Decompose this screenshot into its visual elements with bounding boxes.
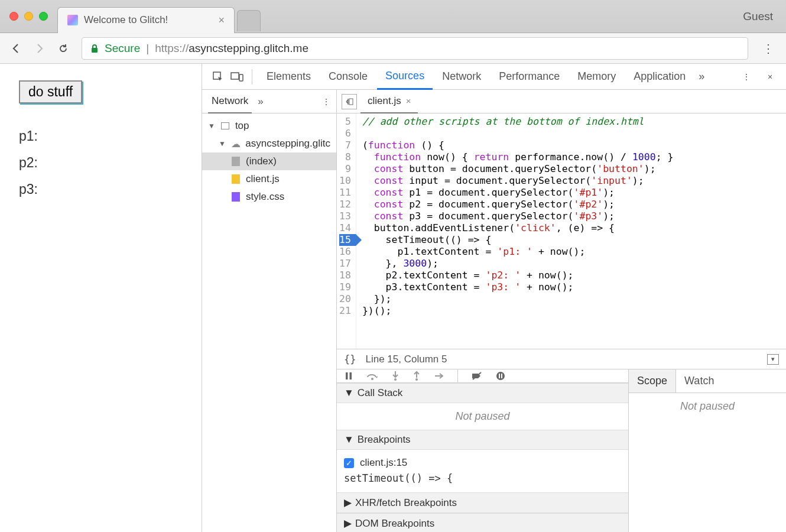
scope-tab[interactable]: Scope bbox=[629, 369, 676, 392]
editor-status-bar: {} Line 15, Column 5 ▾ bbox=[337, 349, 786, 369]
caret-down-icon: ▼ bbox=[344, 387, 354, 399]
new-tab-button[interactable] bbox=[237, 10, 261, 31]
caret-down-icon: ▼ bbox=[208, 122, 215, 130]
caret-down-icon: ▼ bbox=[219, 140, 226, 148]
checkbox-checked-icon[interactable]: ✓ bbox=[344, 458, 354, 468]
deactivate-breakpoints-icon[interactable] bbox=[471, 371, 483, 381]
tab-application[interactable]: Application bbox=[625, 64, 694, 90]
inspect-element-icon[interactable] bbox=[209, 68, 227, 86]
tab-console[interactable]: Console bbox=[320, 64, 376, 90]
svg-rect-13 bbox=[501, 374, 502, 378]
tab-sources[interactable]: Sources bbox=[377, 64, 433, 90]
tab-network[interactable]: Network bbox=[434, 64, 489, 90]
tab-title: Welcome to Glitch! bbox=[84, 14, 168, 26]
browser-tab[interactable]: Welcome to Glitch! × bbox=[57, 7, 235, 33]
close-tab-icon[interactable]: × bbox=[218, 14, 225, 27]
caret-down-icon: ▼ bbox=[344, 434, 354, 446]
debugger-toolbar bbox=[337, 369, 628, 383]
device-toolbar-icon[interactable] bbox=[228, 68, 246, 86]
pretty-print-icon[interactable]: {} bbox=[344, 353, 356, 365]
frame-icon bbox=[221, 122, 229, 129]
svg-point-7 bbox=[371, 378, 373, 380]
svg-rect-4 bbox=[349, 99, 353, 105]
step-into-icon[interactable] bbox=[391, 371, 400, 381]
close-devtools-icon[interactable]: × bbox=[761, 68, 779, 86]
back-button[interactable] bbox=[6, 38, 26, 59]
profile-label[interactable]: Guest bbox=[743, 10, 773, 23]
breakpoints-header[interactable]: ▼Breakpoints bbox=[337, 430, 628, 450]
page-viewport: do stuff p1: p2: p3: bbox=[0, 64, 202, 532]
step-over-icon[interactable] bbox=[366, 371, 378, 381]
editor-nav-icon[interactable] bbox=[342, 94, 357, 109]
tree-file-clientjs[interactable]: client.js bbox=[202, 170, 336, 188]
breakpoint-entry[interactable]: ✓ client.js:15 bbox=[344, 455, 621, 471]
p2-text: p2: bbox=[19, 155, 183, 171]
tree-frame-top[interactable]: ▼ top bbox=[202, 117, 336, 135]
step-out-icon[interactable] bbox=[413, 371, 421, 381]
debugger-panes: ▼Call Stack Not paused ▼Breakpoints ✓ cl… bbox=[337, 369, 786, 532]
sources-navigator: Network » ⋮ ▼ top ▼ ☁ asyncstepping.glit… bbox=[202, 90, 337, 532]
svg-rect-2 bbox=[231, 73, 239, 79]
tab-elements[interactable]: Elements bbox=[258, 64, 319, 90]
lock-icon bbox=[90, 44, 99, 53]
xhr-breakpoints-header[interactable]: ▶XHR/fetch Breakpoints bbox=[337, 492, 628, 513]
devtools-menu-icon[interactable]: ⋮ bbox=[738, 68, 755, 86]
svg-point-9 bbox=[415, 378, 418, 381]
p3-text: p3: bbox=[19, 181, 183, 197]
close-editor-tab-icon[interactable]: × bbox=[406, 96, 411, 106]
browser-toolbar: Secure | https://asyncstepping.glitch.me… bbox=[0, 33, 786, 64]
line-gutter[interactable]: 56789101112131415161718192021 bbox=[337, 113, 356, 349]
caret-right-icon: ▶ bbox=[344, 497, 352, 509]
scope-state: Not paused bbox=[629, 393, 786, 420]
tree-domain[interactable]: ▼ ☁ asyncstepping.glitc bbox=[202, 135, 336, 153]
js-file-icon bbox=[232, 174, 240, 184]
code-content[interactable]: // add other scripts at the bottom of in… bbox=[356, 113, 680, 349]
navigator-more-icon[interactable]: » bbox=[258, 96, 263, 108]
tab-performance[interactable]: Performance bbox=[491, 64, 568, 90]
close-window-icon[interactable] bbox=[9, 12, 18, 21]
maximize-window-icon[interactable] bbox=[39, 12, 48, 21]
pause-on-exceptions-icon[interactable] bbox=[496, 371, 505, 381]
secure-label: Secure bbox=[105, 42, 140, 55]
call-stack-state: Not paused bbox=[337, 403, 628, 430]
css-file-icon bbox=[232, 192, 240, 202]
breakpoint-code-preview: setTimeout(() => { bbox=[344, 471, 621, 488]
navigator-menu-icon[interactable]: ⋮ bbox=[322, 97, 330, 106]
minimize-window-icon[interactable] bbox=[24, 12, 33, 21]
browser-menu-icon[interactable]: ⋮ bbox=[756, 41, 780, 56]
tree-file-index[interactable]: (index) bbox=[202, 153, 336, 170]
svg-rect-5 bbox=[346, 372, 348, 379]
reload-button[interactable] bbox=[53, 38, 73, 59]
navigator-tab-network[interactable]: Network bbox=[208, 90, 252, 113]
more-tabs-icon[interactable]: » bbox=[699, 70, 704, 83]
address-bar[interactable]: Secure | https://asyncstepping.glitch.me bbox=[82, 37, 748, 60]
file-tree: ▼ top ▼ ☁ asyncstepping.glitc (index) bbox=[202, 113, 336, 532]
svg-rect-12 bbox=[499, 374, 500, 378]
svg-point-11 bbox=[496, 372, 505, 380]
url-text: https://asyncstepping.glitch.me bbox=[155, 42, 308, 55]
watch-tab[interactable]: Watch bbox=[676, 369, 722, 392]
cloud-icon: ☁ bbox=[230, 138, 241, 149]
forward-button[interactable] bbox=[30, 38, 50, 59]
dom-breakpoints-header[interactable]: ▶DOM Breakpoints bbox=[337, 513, 628, 532]
call-stack-header[interactable]: ▼Call Stack bbox=[337, 383, 628, 403]
file-icon bbox=[232, 157, 240, 166]
caret-right-icon: ▶ bbox=[344, 517, 352, 530]
p1-text: p1: bbox=[19, 128, 183, 144]
favicon-icon bbox=[67, 15, 78, 25]
tree-file-stylecss[interactable]: style.css bbox=[202, 188, 336, 206]
step-icon[interactable] bbox=[434, 372, 444, 380]
cursor-position: Line 15, Column 5 bbox=[365, 353, 447, 365]
editor-tab-clientjs[interactable]: client.js × bbox=[360, 90, 418, 113]
svg-point-8 bbox=[394, 378, 397, 381]
devtools-tab-bar: Elements Console Sources Network Perform… bbox=[202, 64, 786, 90]
svg-rect-6 bbox=[350, 372, 352, 379]
do-stuff-button[interactable]: do stuff bbox=[19, 80, 82, 103]
tab-memory[interactable]: Memory bbox=[569, 64, 624, 90]
svg-rect-3 bbox=[239, 74, 243, 81]
collapse-panel-icon[interactable]: ▾ bbox=[767, 354, 779, 365]
window-controls bbox=[9, 12, 48, 21]
pause-icon[interactable] bbox=[344, 371, 353, 381]
devtools-panel: Elements Console Sources Network Perform… bbox=[202, 64, 786, 532]
browser-tab-strip: Welcome to Glitch! × Guest bbox=[0, 0, 786, 33]
